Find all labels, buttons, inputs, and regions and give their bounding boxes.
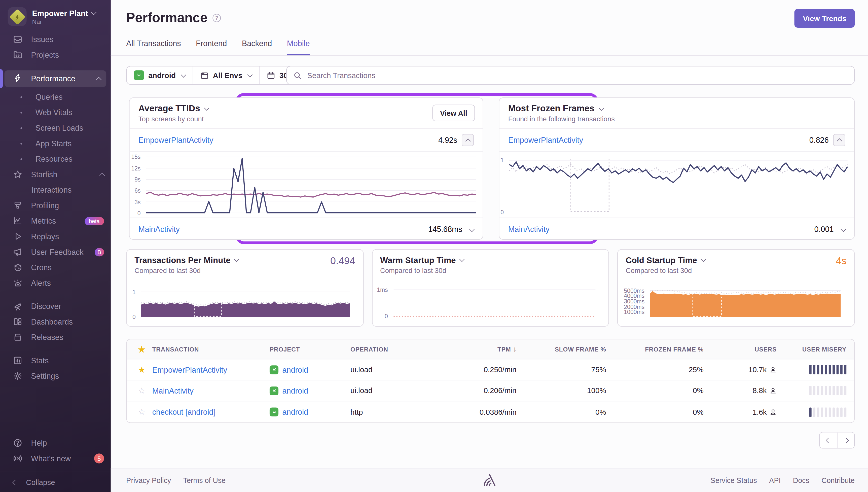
transaction-link[interactable]: MainActivity (152, 386, 270, 395)
sidebar-item-alerts[interactable]: Alerts (0, 275, 111, 291)
org-switcher[interactable]: Empower Plant Nar (0, 0, 111, 31)
cold-startup-card: Cold Startup Time 4s Compared to last 30… (617, 249, 855, 327)
docs-link[interactable]: Docs (793, 476, 809, 485)
col-project[interactable]: PROJECT (270, 346, 351, 352)
terms-of-use-link[interactable]: Terms of Use (183, 476, 226, 485)
sidebar-item-releases[interactable]: Releases (0, 329, 111, 345)
sidebar-item-queries[interactable]: Queries (0, 89, 111, 105)
sidebar-item-metrics[interactable]: Metrics beta (0, 213, 111, 229)
sidebar-item-projects[interactable]: Projects (0, 47, 111, 63)
b-badge: B (95, 248, 104, 256)
view-trends-button[interactable]: View Trends (795, 9, 855, 28)
warm-startup-chart[interactable]: 1ms0 (377, 285, 602, 322)
sidebar-item-discover[interactable]: Discover (0, 298, 111, 314)
user-icon (770, 366, 777, 373)
sidebar-item-stats[interactable]: Stats (0, 353, 111, 368)
contribute-link[interactable]: Contribute (821, 476, 854, 485)
view-all-button[interactable]: View All (432, 105, 475, 121)
transaction-link[interactable]: MainActivity (138, 225, 180, 233)
sidebar-item-whats-new[interactable]: What's new 5 (0, 451, 111, 466)
star-toggle[interactable]: ★ (131, 365, 152, 375)
avg-ttids-title[interactable]: Average TTIDs (138, 103, 474, 114)
col-slow-frame[interactable]: SLOW FRAME % (516, 346, 606, 352)
expand-toggle-button[interactable] (470, 224, 474, 235)
operation-cell: ui.load (351, 365, 443, 374)
api-link[interactable]: API (769, 476, 781, 485)
project-link[interactable]: android (282, 408, 308, 416)
cold-startup-value: 4s (836, 255, 846, 267)
col-users[interactable]: USERS (704, 346, 776, 352)
bar-chart-icon (14, 356, 22, 365)
frozen-frames-chart[interactable]: 10 (499, 152, 854, 218)
cold-startup-chart[interactable]: 5000ms4000ms3000ms2000ms1000ms (622, 285, 847, 322)
sidebar-item-app-starts[interactable]: App Starts (0, 136, 111, 151)
project-link[interactable]: android (282, 365, 308, 374)
collapse-toggle-button[interactable] (833, 134, 845, 146)
col-user-misery[interactable]: USER MISERY (776, 346, 846, 352)
transactions-table: ★ TRANSACTION PROJECT OPERATION TPM ↓ SL… (126, 339, 854, 423)
org-name: Empower Plant (32, 8, 88, 17)
transaction-link[interactable]: EmpowerPlantActivity (138, 136, 213, 145)
bullet-icon (20, 127, 22, 129)
project-link[interactable]: android (282, 386, 308, 395)
transaction-link[interactable]: EmpowerPlantActivity (152, 365, 270, 374)
cold-startup-title[interactable]: Cold Startup Time (626, 255, 847, 265)
sidebar-item-user-feedback[interactable]: User Feedback B (0, 244, 111, 260)
tpm-chart[interactable]: 10 (131, 285, 356, 322)
tab-mobile[interactable]: Mobile (287, 39, 310, 55)
sidebar-item-screen-loads[interactable]: Screen Loads (0, 120, 111, 136)
collapse-toggle-button[interactable] (462, 134, 474, 146)
next-page-button[interactable] (837, 432, 854, 448)
sidebar-item-issues[interactable]: Issues (0, 31, 111, 47)
warm-startup-subtitle: Compared to last 30d (380, 267, 601, 275)
col-frozen-frame[interactable]: FROZEN FRAME % (606, 346, 704, 352)
help-circle-icon (14, 439, 22, 447)
tab-all-transactions[interactable]: All Transactions (126, 39, 181, 55)
tab-backend[interactable]: Backend (242, 39, 272, 55)
sidebar-item-dashboards[interactable]: Dashboards (0, 314, 111, 329)
sidebar-item-help[interactable]: Help (0, 435, 111, 451)
active-accent-bar (0, 69, 3, 88)
bolt-icon (14, 13, 20, 20)
star-toggle[interactable]: ☆ (131, 386, 152, 396)
sidebar-collapse-button[interactable]: Collapse (0, 472, 111, 492)
transaction-link[interactable]: MainActivity (508, 225, 550, 233)
sidebar-item-starfish[interactable]: Starfish (0, 167, 111, 182)
sidebar-item-replays[interactable]: Replays (0, 229, 111, 244)
sidebar-item-crons[interactable]: Crons (0, 260, 111, 275)
privacy-policy-link[interactable]: Privacy Policy (126, 476, 171, 485)
warm-startup-title[interactable]: Warm Startup Time (380, 255, 601, 265)
tab-frontend[interactable]: Frontend (196, 39, 227, 55)
sidebar-item-resources[interactable]: Resources (0, 151, 111, 167)
page-filter-bar: android All Envs 30D (126, 66, 310, 85)
tpm-title[interactable]: Transactions Per Minute (134, 255, 355, 265)
page-title: Performance ? (126, 10, 221, 26)
transaction-link[interactable]: checkout [android] (152, 408, 270, 416)
sidebar-item-profiling[interactable]: Profiling (0, 198, 111, 213)
project-selector[interactable]: android (127, 67, 193, 84)
expand-toggle-button[interactable] (841, 224, 845, 235)
bullet-icon (20, 158, 22, 160)
inbox-icon (14, 35, 22, 44)
metric-value: 0.001 (814, 225, 834, 233)
star-toggle[interactable]: ☆ (131, 407, 152, 417)
col-operation[interactable]: OPERATION (351, 346, 443, 352)
prev-page-button[interactable] (820, 432, 837, 448)
siren-icon (14, 278, 22, 287)
help-tooltip-icon[interactable]: ? (212, 14, 221, 22)
service-status-link[interactable]: Service Status (711, 476, 757, 485)
search-input[interactable] (306, 71, 848, 80)
sidebar-item-settings[interactable]: Settings (0, 368, 111, 384)
frozen-frames-title[interactable]: Most Frozen Frames (508, 103, 845, 114)
environment-selector[interactable]: All Envs (192, 67, 259, 84)
pagination (819, 432, 854, 448)
cold-startup-subtitle: Compared to last 30d (626, 267, 847, 275)
col-transaction[interactable]: TRANSACTION (152, 346, 270, 352)
transaction-link[interactable]: EmpowerPlantActivity (508, 136, 583, 145)
chevron-up-icon (99, 172, 105, 178)
sidebar-item-performance[interactable]: Performance (4, 70, 106, 87)
sidebar-item-web-vitals[interactable]: Web Vitals (0, 105, 111, 120)
col-tpm[interactable]: TPM ↓ (443, 345, 516, 353)
sidebar-item-interactions[interactable]: Interactions (0, 182, 111, 198)
avg-ttids-chart[interactable]: 15s12s9s6s3s0 (130, 152, 483, 218)
